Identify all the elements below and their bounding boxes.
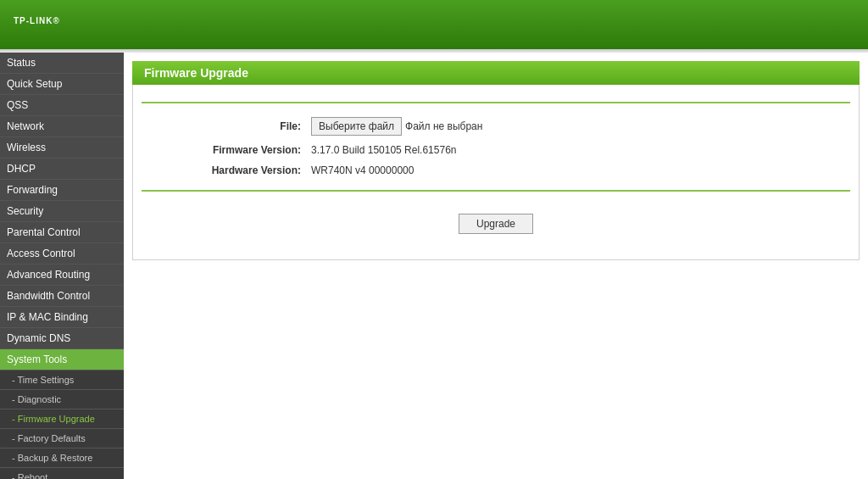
- file-row: File: Выберите файл Файл не выбран: [142, 117, 850, 136]
- firmware-version-value: 3.17.0 Build 150105 Rel.61576n: [311, 144, 456, 156]
- sidebar-item-reboot[interactable]: - Reboot: [0, 468, 124, 479]
- sidebar-item-firmware-upgrade[interactable]: - Firmware Upgrade: [0, 409, 124, 429]
- main-layout: StatusQuick SetupQSSNetworkWirelessDHCPF…: [0, 53, 868, 479]
- sidebar-item-parental-control[interactable]: Parental Control: [0, 222, 124, 243]
- file-status-text: Файл не выбран: [405, 120, 482, 132]
- sidebar-item-status[interactable]: Status: [0, 53, 124, 74]
- logo-tm: ®: [53, 16, 59, 25]
- sidebar-item-dynamic-dns[interactable]: Dynamic DNS: [0, 328, 124, 349]
- page-title: Firmware Upgrade: [144, 66, 848, 80]
- firmware-version-row: Firmware Version: 3.17.0 Build 150105 Re…: [142, 144, 850, 156]
- page-title-bar: Firmware Upgrade: [132, 61, 860, 85]
- sidebar-item-dhcp[interactable]: DHCP: [0, 159, 124, 180]
- sidebar-item-access-control[interactable]: Access Control: [0, 243, 124, 265]
- sidebar-item-ip-mac-binding[interactable]: IP & MAC Binding: [0, 307, 124, 328]
- hardware-version-value: WR740N v4 00000000: [311, 164, 414, 176]
- file-label: File:: [142, 120, 311, 132]
- sidebar-item-time-settings[interactable]: - Time Settings: [0, 370, 124, 390]
- sidebar-item-wireless[interactable]: Wireless: [0, 137, 124, 159]
- sidebar-item-advanced-routing[interactable]: Advanced Routing: [0, 265, 124, 286]
- logo-text: TP-LINK: [14, 16, 53, 25]
- firmware-version-label: Firmware Version:: [142, 144, 311, 156]
- sidebar-item-network[interactable]: Network: [0, 116, 124, 137]
- hardware-version-label: Hardware Version:: [142, 164, 311, 176]
- header: TP-LINK®: [0, 0, 868, 49]
- sidebar-item-bandwidth-control[interactable]: Bandwidth Control: [0, 286, 124, 307]
- firmware-form-section: File: Выберите файл Файл не выбран Firmw…: [142, 102, 850, 192]
- sidebar-item-diagnostic[interactable]: - Diagnostic: [0, 390, 124, 409]
- choose-file-button[interactable]: Выберите файл: [311, 117, 402, 136]
- sidebar: StatusQuick SetupQSSNetworkWirelessDHCPF…: [0, 53, 124, 479]
- hardware-version-row: Hardware Version: WR740N v4 00000000: [142, 164, 850, 176]
- upgrade-button[interactable]: Upgrade: [459, 214, 533, 234]
- upgrade-section: Upgrade: [142, 205, 850, 242]
- sidebar-item-forwarding[interactable]: Forwarding: [0, 180, 124, 201]
- file-input-area: Выберите файл Файл не выбран: [311, 117, 482, 136]
- sidebar-item-backup-restore[interactable]: - Backup & Restore: [0, 448, 124, 468]
- sidebar-item-system-tools[interactable]: System Tools: [0, 349, 124, 370]
- sidebar-item-factory-defaults[interactable]: - Factory Defaults: [0, 429, 124, 448]
- content-body: File: Выберите файл Файл не выбран Firmw…: [132, 85, 860, 260]
- content-area: Firmware Upgrade File: Выберите файл Фай…: [124, 53, 868, 479]
- logo: TP-LINK®: [14, 11, 60, 38]
- sidebar-item-quick-setup[interactable]: Quick Setup: [0, 74, 124, 95]
- sidebar-item-security[interactable]: Security: [0, 201, 124, 222]
- sidebar-item-qss[interactable]: QSS: [0, 95, 124, 116]
